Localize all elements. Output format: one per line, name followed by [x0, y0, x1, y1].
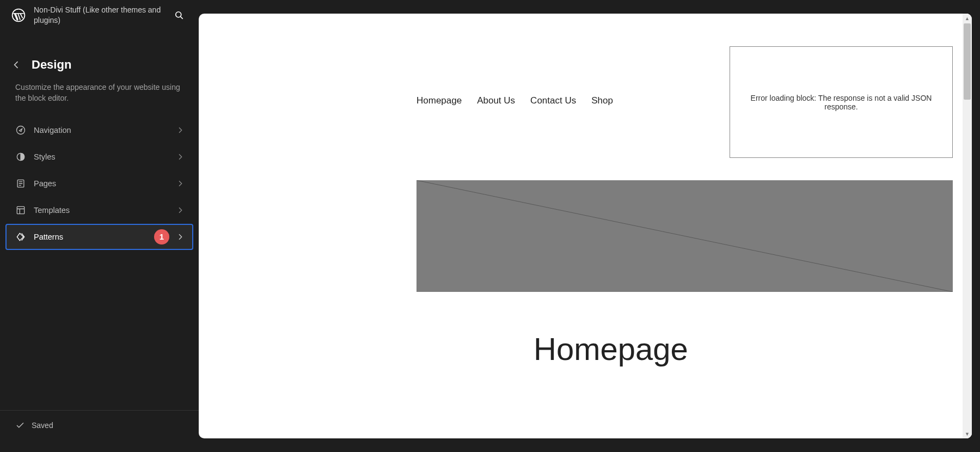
search-button[interactable]: [170, 7, 188, 24]
sidebar: Non-Divi Stuff (Like other themes and pl…: [0, 0, 199, 452]
check-icon: [15, 420, 25, 430]
canvas-wrap: Homepage About Us Contact Us Shop Error …: [199, 0, 980, 452]
sidebar-header: Non-Divi Stuff (Like other themes and pl…: [0, 0, 199, 30]
svg-point-1: [176, 12, 181, 17]
scroll-thumb[interactable]: [964, 23, 971, 100]
section-title: Design: [32, 58, 71, 72]
svg-point-2: [17, 126, 25, 134]
svg-rect-5: [17, 206, 24, 213]
chevron-right-icon: [176, 152, 185, 161]
section-description: Customize the appearance of your website…: [0, 77, 199, 114]
nav-link-about[interactable]: About Us: [477, 95, 515, 106]
section-title-row: Design: [0, 30, 199, 77]
wordpress-logo-icon[interactable]: [11, 8, 26, 23]
sidebar-item-pages[interactable]: Pages: [5, 170, 193, 197]
block-error-box: Error loading block: The response is not…: [730, 46, 953, 158]
page-heading: Homepage: [534, 331, 688, 367]
search-icon: [174, 10, 185, 21]
sidebar-item-patterns[interactable]: Patterns 1: [5, 224, 193, 250]
chevron-left-icon: [11, 59, 22, 70]
nav-link-contact[interactable]: Contact Us: [530, 95, 576, 106]
block-error-message: Error loading block: The response is not…: [739, 94, 944, 111]
scroll-down-button[interactable]: ▼: [963, 429, 972, 438]
menu-label: Navigation: [34, 126, 176, 135]
nav-link-homepage[interactable]: Homepage: [416, 95, 462, 106]
scroll-up-button[interactable]: ▲: [963, 14, 972, 23]
svg-line-6: [416, 180, 953, 292]
menu-label: Templates: [34, 206, 176, 215]
half-circle-icon: [14, 150, 27, 163]
sidebar-item-templates[interactable]: Templates: [5, 197, 193, 223]
save-status: Saved: [32, 421, 53, 430]
compass-icon: [14, 124, 27, 137]
site-title: Non-Divi Stuff (Like other themes and pl…: [34, 5, 170, 26]
media-placeholder: [416, 180, 953, 292]
sidebar-item-navigation[interactable]: Navigation: [5, 117, 193, 143]
diamond-icon: [14, 230, 27, 243]
annotation-badge: 1: [154, 229, 169, 245]
nav-link-shop[interactable]: Shop: [591, 95, 613, 106]
back-button[interactable]: [11, 59, 22, 70]
preview-canvas[interactable]: Homepage About Us Contact Us Shop Error …: [199, 14, 972, 438]
menu-label: Styles: [34, 152, 176, 161]
layout-icon: [14, 204, 27, 217]
chevron-right-icon: [176, 206, 185, 215]
page-icon: [14, 177, 27, 190]
sidebar-menu: Navigation Styles Pages: [0, 114, 199, 251]
chevron-right-icon: [176, 126, 185, 135]
sidebar-footer: Saved: [0, 410, 199, 452]
chevron-right-icon: [176, 179, 185, 188]
scrollbar[interactable]: ▲ ▼: [963, 14, 972, 438]
sidebar-item-styles[interactable]: Styles: [5, 144, 193, 170]
menu-label: Pages: [34, 179, 176, 188]
chevron-right-icon: [176, 233, 185, 241]
